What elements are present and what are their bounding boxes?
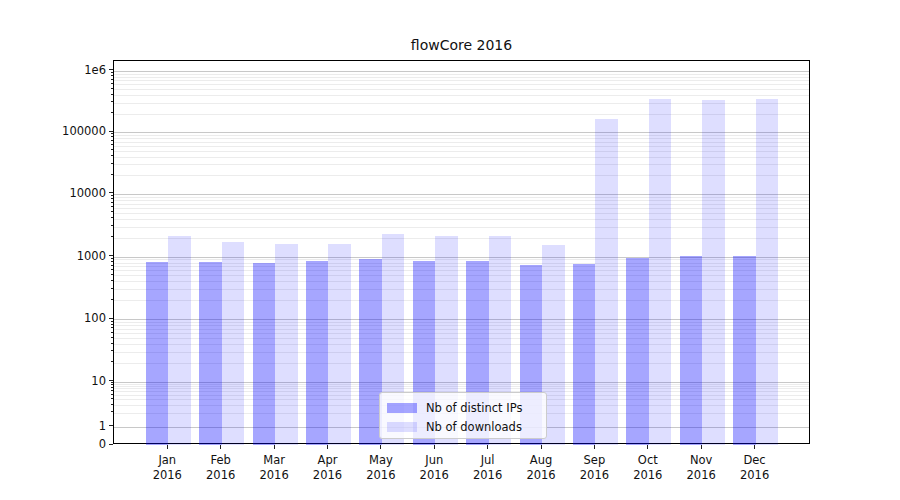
bar-nb-of-distinct-ips-jan-2016 [146,262,169,445]
bar-nb-of-downloads-feb-2016 [222,242,245,445]
bar-nb-of-distinct-ips-sep-2016 [573,264,596,445]
x-tick-label: Dec2016 [723,453,787,483]
x-tick [274,445,275,449]
x-tick [380,445,381,449]
y-tick-label: 100000 [0,124,106,138]
bar-nb-of-distinct-ips-apr-2016 [306,261,329,445]
y-tick-label: 1e6 [0,63,106,77]
x-tick [647,445,648,449]
y-tick-label: 10 [0,374,106,388]
gridline-minor [114,74,809,75]
legend-swatch-downloads [387,422,417,432]
y-tick-label: 0 [0,437,106,451]
bar-nb-of-distinct-ips-mar-2016 [253,263,276,445]
bar-nb-of-downloads-oct-2016 [649,99,672,445]
legend-item-distinct-ips: Nb of distinct IPs [387,398,538,417]
x-tick [434,445,435,449]
x-tick [487,445,488,449]
x-tick [327,445,328,449]
gridline-minor [114,84,809,85]
bar-nb-of-downloads-jan-2016 [168,236,191,445]
gridline-minor [114,80,809,81]
y-tick-label: 100 [0,311,106,325]
x-tick [754,445,755,449]
legend-item-downloads: Nb of downloads [387,417,538,436]
bar-nb-of-distinct-ips-dec-2016 [733,256,756,445]
legend-swatch-distinct-ips [387,403,417,413]
bar-nb-of-downloads-sep-2016 [595,119,618,445]
x-tick [220,445,221,449]
chart-figure: flowCore 2016 01101001000100001000001e6 … [0,0,900,500]
bar-nb-of-downloads-mar-2016 [275,244,298,445]
chart-title: flowCore 2016 [113,37,810,53]
bar-nb-of-distinct-ips-nov-2016 [680,256,703,445]
bar-nb-of-distinct-ips-feb-2016 [199,262,222,445]
x-tick [541,445,542,449]
y-tick-label: 1000 [0,249,106,263]
gridline-minor [114,77,809,78]
x-tick [594,445,595,449]
gridline-major [114,71,809,72]
legend: Nb of distinct IPs Nb of downloads [379,392,547,439]
plot-area: Nb of distinct IPs Nb of downloads [113,60,810,444]
y-tick-label: 10000 [0,186,106,200]
gridline-minor [114,89,809,90]
bar-nb-of-distinct-ips-oct-2016 [626,258,649,445]
bar-nb-of-downloads-nov-2016 [702,100,725,445]
legend-label-distinct-ips: Nb of distinct IPs [426,401,522,415]
bar-nb-of-downloads-dec-2016 [756,99,779,445]
x-tick [701,445,702,449]
bar-nb-of-downloads-apr-2016 [328,244,351,445]
y-tick-label: 1 [0,419,106,433]
legend-label-downloads: Nb of downloads [426,420,522,434]
gridline-minor [114,95,809,96]
x-tick [167,445,168,449]
